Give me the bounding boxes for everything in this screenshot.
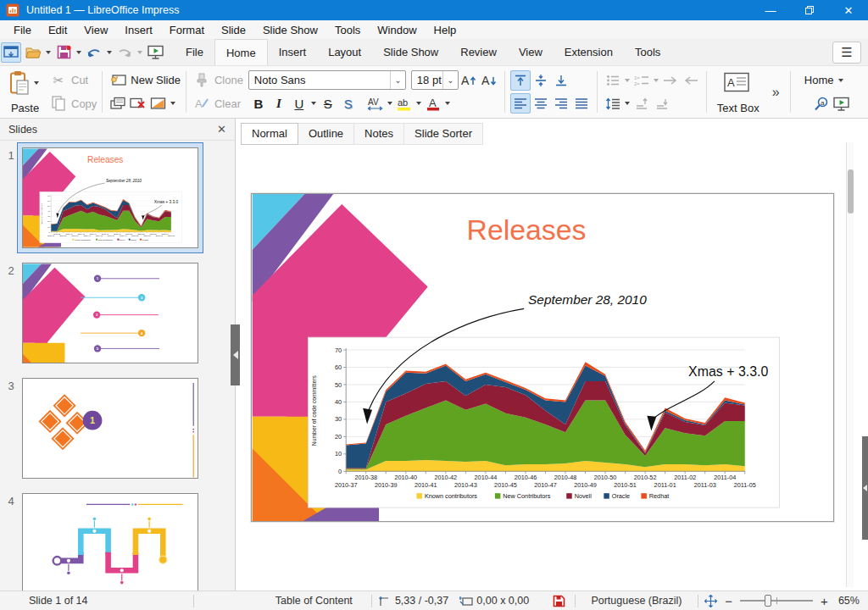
copy-button[interactable]: Copy — [48, 92, 97, 116]
clone-formatting-button[interactable]: Clone — [192, 69, 243, 92]
menu-edit[interactable]: Edit — [40, 22, 75, 38]
font-size-combobox[interactable]: 18 pt ⌄ — [411, 70, 459, 90]
character-spacing-dropdown[interactable] — [387, 102, 392, 105]
minimize-button[interactable]: — — [751, 0, 790, 20]
menu-insert[interactable]: Insert — [116, 22, 161, 38]
bullet-list-button[interactable] — [603, 70, 623, 91]
align-right-button[interactable] — [551, 93, 571, 114]
slide-properties-button[interactable] — [148, 93, 169, 114]
font-color-button[interactable]: A — [423, 93, 443, 114]
new-slide-button[interactable]: New Slide — [108, 69, 181, 92]
view-tab-notes[interactable]: Notes — [354, 123, 404, 145]
menu-tools[interactable]: Tools — [326, 22, 369, 38]
bold-button[interactable]: B — [248, 93, 269, 114]
justify-button[interactable] — [571, 93, 592, 114]
close-button[interactable]: ✕ — [829, 0, 868, 20]
underline-button[interactable]: U — [289, 93, 309, 114]
insert-textbox-button[interactable]: A — [721, 69, 752, 95]
undo-dropdown[interactable] — [107, 51, 112, 54]
redo-button[interactable] — [114, 42, 135, 63]
zoom-level[interactable]: 65% — [830, 595, 868, 607]
language-selector[interactable]: Portuguese (Brazil) — [576, 595, 698, 607]
nbtab-insert[interactable]: Insert — [268, 39, 318, 65]
shrink-font-button[interactable]: A — [479, 70, 499, 91]
nbtab-review[interactable]: Review — [449, 39, 508, 65]
menu-slide-show[interactable]: Slide Show — [254, 22, 326, 38]
font-color-dropdown[interactable] — [445, 102, 450, 105]
line-spacing-button[interactable] — [603, 93, 623, 114]
strikethrough-button[interactable]: S — [318, 93, 338, 114]
align-top-button[interactable] — [510, 70, 531, 91]
save-button[interactable] — [53, 42, 74, 63]
vertical-scrollbar[interactable] — [846, 142, 854, 587]
nbtab-file[interactable]: File — [175, 39, 214, 65]
slide-canvas[interactable]: Releases0102030405060702010-372010-38201… — [251, 193, 834, 522]
sidebar-show-handle[interactable] — [862, 436, 868, 540]
numbered-list-dropdown[interactable] — [654, 79, 659, 82]
font-name-combobox[interactable]: Noto Sans ⌄ — [248, 70, 406, 90]
slide-thumbnail-2[interactable]: 12345 — [22, 263, 198, 363]
grow-font-button[interactable]: A — [459, 70, 479, 91]
font-name-dropdown[interactable]: ⌄ — [390, 71, 405, 89]
highlight-color-button[interactable]: ab — [394, 93, 415, 114]
character-spacing-button[interactable]: AV — [365, 93, 386, 114]
open-button[interactable] — [23, 42, 43, 63]
zoom-slider[interactable]: − + — [723, 594, 830, 608]
align-left-button[interactable] — [510, 93, 531, 114]
increase-paragraph-spacing-button[interactable] — [632, 93, 652, 114]
menu-help[interactable]: Help — [426, 22, 465, 38]
fit-slide-button[interactable] — [698, 595, 724, 607]
redo-dropdown[interactable] — [137, 51, 142, 54]
find-replace-button[interactable]: a — [811, 93, 832, 114]
bullet-list-dropdown[interactable] — [625, 79, 630, 82]
promote-button[interactable] — [681, 70, 701, 91]
menu-file[interactable]: File — [5, 22, 40, 38]
align-vcenter-button[interactable] — [531, 70, 551, 91]
start-slideshow-quick-button[interactable] — [145, 42, 165, 63]
clear-formatting-button[interactable]: A Clear — [192, 92, 243, 116]
numbered-list-button[interactable]: 1=2= — [632, 70, 652, 91]
zoom-out-button[interactable]: − — [723, 594, 734, 608]
menubar-toggle-button[interactable] — [1, 42, 21, 63]
cut-button[interactable]: ✂ Cut — [48, 69, 97, 92]
menu-format[interactable]: Format — [161, 22, 213, 38]
scrollbar-thumb[interactable] — [848, 169, 854, 214]
toolbar-overflow-button[interactable]: » — [767, 85, 785, 100]
menu-view[interactable]: View — [75, 22, 116, 38]
italic-button[interactable]: I — [269, 93, 289, 114]
duplicate-slide-button[interactable] — [108, 93, 128, 114]
zoom-in-button[interactable]: + — [819, 594, 830, 608]
align-center-button[interactable] — [531, 93, 551, 114]
view-tab-slide-sorter[interactable]: Slide Sorter — [404, 123, 483, 145]
slides-panel-close-icon[interactable]: ✕ — [217, 123, 226, 136]
align-bottom-button[interactable] — [551, 70, 571, 91]
zoom-track[interactable] — [740, 600, 813, 602]
font-size-dropdown[interactable]: ⌄ — [442, 71, 458, 89]
undo-button[interactable] — [84, 42, 104, 63]
nbtab-extension[interactable]: Extension — [554, 39, 624, 65]
view-tab-outline[interactable]: Outline — [298, 123, 354, 145]
delete-slide-button[interactable] — [128, 93, 148, 114]
view-tab-normal[interactable]: Normal — [241, 123, 298, 145]
hamburger-menu-button[interactable]: ☰ — [832, 42, 861, 64]
slide-properties-dropdown[interactable] — [170, 102, 175, 105]
start-presentation-button[interactable] — [832, 93, 852, 114]
paste-button[interactable] — [7, 69, 32, 97]
menu-window[interactable]: Window — [369, 22, 425, 38]
decrease-paragraph-spacing-button[interactable] — [652, 93, 672, 114]
paste-dropdown[interactable] — [34, 81, 39, 85]
zoom-knob[interactable] — [765, 595, 771, 607]
panel-collapse-handle[interactable] — [231, 324, 240, 385]
nbtab-home[interactable]: Home — [214, 39, 268, 65]
shadow-button[interactable]: S — [338, 93, 359, 114]
nbtab-layout[interactable]: Layout — [317, 39, 372, 65]
demote-button[interactable] — [660, 70, 681, 91]
context-selector[interactable]: Home — [796, 69, 852, 92]
document-modified-indicator[interactable] — [543, 595, 575, 607]
slide-thumbnail-3[interactable]: 1 — [22, 378, 198, 479]
nbtab-tools[interactable]: Tools — [624, 39, 671, 65]
slide-thumbnail-4[interactable] — [22, 493, 198, 591]
save-dropdown[interactable] — [76, 51, 81, 54]
nbtab-slide-show[interactable]: Slide Show — [372, 39, 449, 65]
nbtab-view[interactable]: View — [508, 39, 554, 65]
